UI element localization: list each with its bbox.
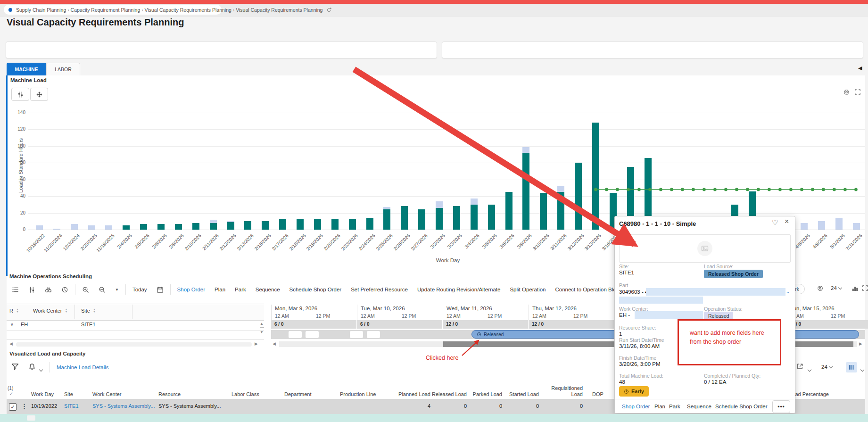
columns-chevron[interactable] bbox=[859, 365, 864, 374]
favorite-heart-icon[interactable]: ♡ bbox=[772, 218, 778, 227]
filter-panel-right[interactable] bbox=[442, 41, 863, 58]
chart-bar[interactable] bbox=[157, 224, 165, 230]
chart-bar[interactable] bbox=[331, 219, 339, 230]
chart-bar-secondary[interactable] bbox=[818, 221, 825, 230]
chart-bar[interactable] bbox=[262, 221, 269, 230]
breadcrumb-item[interactable]: Capacity Requirement Planning bbox=[71, 7, 141, 13]
calendar-icon[interactable] bbox=[152, 283, 168, 296]
popup-park-button[interactable]: Park bbox=[669, 404, 680, 409]
chart-bar-secondary[interactable] bbox=[853, 223, 860, 230]
histogram-icon[interactable] bbox=[851, 285, 859, 294]
filter-panel-left[interactable] bbox=[6, 41, 437, 58]
bottom-strip-item[interactable] bbox=[27, 415, 35, 421]
row-expand-chevron[interactable]: ∨ bbox=[10, 322, 14, 327]
chart-pan-button[interactable] bbox=[30, 88, 48, 101]
table-header-production-line[interactable]: Production Line bbox=[340, 384, 396, 398]
select-all-check[interactable]: ✓ bbox=[9, 391, 13, 396]
gear-icon[interactable] bbox=[817, 285, 824, 294]
chart-bar[interactable] bbox=[418, 209, 425, 230]
expand-icon[interactable] bbox=[862, 285, 868, 293]
history-icon[interactable] bbox=[57, 283, 73, 296]
table-header-started-load[interactable]: Started Load bbox=[502, 384, 539, 398]
chart-bar-secondary[interactable] bbox=[471, 199, 478, 204]
plan-button[interactable]: Plan bbox=[210, 283, 230, 296]
zoom-options-chevron[interactable]: ▼ bbox=[111, 283, 123, 296]
chart-bar[interactable] bbox=[227, 222, 234, 230]
chart-bar-secondary[interactable] bbox=[383, 207, 390, 209]
chart-bar-secondary[interactable] bbox=[105, 225, 112, 230]
chart-bar[interactable] bbox=[279, 219, 286, 230]
export-chevron[interactable] bbox=[806, 365, 811, 374]
chart-bar-secondary[interactable] bbox=[835, 218, 843, 230]
scroll-left-icon[interactable]: ◀ bbox=[9, 341, 13, 346]
chart-bar[interactable] bbox=[401, 206, 408, 230]
scroll-thumb[interactable] bbox=[260, 327, 264, 328]
chart-bar[interactable] bbox=[505, 192, 513, 230]
scroll-up-icon[interactable]: ▲ bbox=[260, 322, 264, 326]
chart-bar[interactable] bbox=[210, 223, 217, 230]
export-icon[interactable] bbox=[797, 363, 803, 372]
breadcrumb-item[interactable]: Visual Capacity Requirements Planning bbox=[236, 7, 322, 13]
sort-icon[interactable]: ▲▼ bbox=[16, 308, 19, 313]
chart-bar[interactable] bbox=[471, 205, 478, 230]
filter-icon[interactable] bbox=[11, 363, 19, 372]
kebab-menu-icon[interactable]: ⋮ bbox=[21, 403, 27, 410]
schedule-shop-order-button[interactable]: Schedule Shop Order bbox=[285, 283, 346, 296]
split-operation-button[interactable]: Split Operation bbox=[505, 283, 550, 296]
update-routing-button[interactable]: Update Routing Revision/Alternate bbox=[413, 283, 504, 296]
zoom-out-icon[interactable] bbox=[94, 283, 110, 296]
table-cell-work-center[interactable]: SYS - Systems Assembly... bbox=[92, 403, 158, 409]
chart-bar[interactable] bbox=[557, 192, 564, 230]
table-header-resource[interactable]: Resource bbox=[158, 384, 231, 398]
tab-labor[interactable]: LABOR bbox=[46, 63, 80, 75]
app-dot-icon[interactable] bbox=[8, 8, 12, 12]
scrollbar-track[interactable] bbox=[16, 342, 252, 347]
find-icon[interactable] bbox=[41, 283, 56, 296]
maximize-icon[interactable] bbox=[854, 89, 861, 97]
sort-icon[interactable]: ▲▼ bbox=[65, 308, 68, 313]
table-cell-site[interactable]: SITE1 bbox=[64, 403, 91, 409]
scroll-left-icon[interactable]: ◀ bbox=[273, 341, 276, 346]
chart-bar[interactable] bbox=[297, 219, 304, 230]
chart-bar[interactable] bbox=[575, 163, 582, 230]
chart-bar[interactable] bbox=[488, 205, 495, 230]
close-icon[interactable]: × bbox=[785, 217, 789, 226]
more-actions-button[interactable]: ••• bbox=[772, 400, 790, 413]
table-header-work-day[interactable]: Work Day bbox=[31, 384, 64, 398]
gear-icon[interactable] bbox=[843, 89, 850, 98]
chart-bar-secondary[interactable] bbox=[436, 201, 443, 208]
breadcrumb-item[interactable]: Visual Capacity Requirements Planning bbox=[145, 7, 231, 13]
chart-bar[interactable] bbox=[175, 224, 182, 230]
gantt-interval-select[interactable]: 24 bbox=[831, 285, 842, 291]
set-preferred-resource-button[interactable]: Set Preferred Resource bbox=[347, 283, 412, 296]
bell-chevron[interactable] bbox=[38, 365, 42, 374]
chart-bar-secondary[interactable] bbox=[801, 223, 808, 230]
scroll-right-icon[interactable]: ▶ bbox=[859, 341, 862, 346]
chart-bar[interactable] bbox=[453, 206, 460, 230]
chart-bar-secondary[interactable] bbox=[522, 147, 529, 153]
table-header-dop[interactable]: DOP bbox=[592, 384, 613, 398]
zoom-in-icon[interactable] bbox=[78, 283, 93, 296]
table-header-work-center[interactable]: Work Center bbox=[92, 384, 158, 398]
chart-bar[interactable] bbox=[592, 123, 599, 230]
grid-column-header[interactable]: Work Center▲▼ bbox=[33, 308, 68, 314]
park-button[interactable]: Park bbox=[231, 283, 250, 296]
chart-settings-button[interactable] bbox=[11, 88, 29, 101]
table-header-parked-load[interactable]: Parked Load bbox=[467, 384, 502, 398]
chart-bar-secondary[interactable] bbox=[210, 220, 217, 223]
chart-bar[interactable] bbox=[349, 219, 356, 230]
popup-sequence-button[interactable]: Sequence bbox=[687, 404, 711, 409]
refresh-icon[interactable] bbox=[326, 7, 332, 13]
list-view-icon[interactable] bbox=[8, 283, 23, 296]
chart-bar-secondary[interactable] bbox=[71, 224, 78, 230]
today-button[interactable]: Today bbox=[128, 283, 151, 296]
chart-bar[interactable] bbox=[540, 193, 547, 230]
table-header-site[interactable]: Site bbox=[64, 384, 91, 398]
chart-bar[interactable] bbox=[366, 218, 373, 230]
popup-schedule-shop-order-button[interactable]: Schedule Shop Order bbox=[715, 404, 768, 409]
popup-shop-order-link[interactable]: Shop Order bbox=[622, 404, 650, 409]
scroll-down-icon[interactable]: ▼ bbox=[260, 330, 264, 334]
shop-order-button[interactable]: Shop Order bbox=[173, 283, 209, 296]
chart-bar[interactable] bbox=[123, 225, 130, 230]
chart-bar-secondary[interactable] bbox=[557, 186, 564, 192]
